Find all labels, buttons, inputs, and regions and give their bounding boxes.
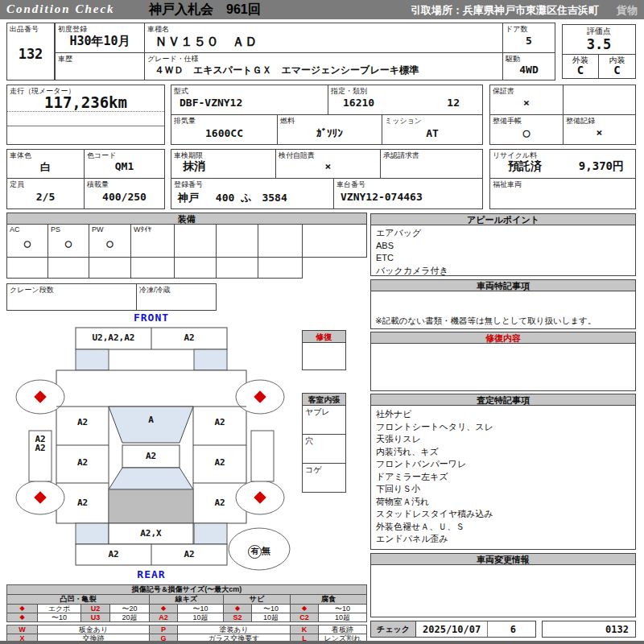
color-code-value: QM1 xyxy=(85,160,164,172)
header-bar: Condition Check 神戸入札会 961回 引取場所：兵庫県神戸市東灘… xyxy=(0,0,644,19)
mark-bottom-right: A2 xyxy=(151,549,227,559)
approval-request-cell: 承認請求書 xyxy=(380,149,483,179)
assessment-item: ドアミラー左キズ xyxy=(376,471,630,484)
maintenance-book-value: ○ xyxy=(490,126,563,140)
repair-content-header: 修復内容 xyxy=(370,332,636,344)
assessment-item: 内装汚れ、キズ xyxy=(376,446,630,459)
legend-corrosion-size-2: 10超 xyxy=(318,613,367,622)
mileage-value: 117,236km xyxy=(7,93,164,111)
welfare-vehicle-label: 福祉車両 xyxy=(493,180,522,190)
cabin-burn-label: コゲ xyxy=(305,464,321,476)
capacity-value: 2/5 xyxy=(7,191,84,203)
score-label: 評価点 xyxy=(563,25,635,37)
displacement-cell: 排気量 1600CC xyxy=(171,114,278,145)
appeal-item: ETC xyxy=(376,252,630,265)
equipment-mark: ○ xyxy=(48,237,89,250)
mark-rear-right: A2 xyxy=(193,497,246,508)
divider xyxy=(7,111,164,112)
vehicle-history-cell: 車歴 xyxy=(55,52,145,80)
exterior-grade-value: C xyxy=(563,64,598,76)
interior-grade-value: C xyxy=(599,64,635,76)
transmission-value: AT xyxy=(382,127,482,139)
load-capacity-cell: 積載量 400/250 xyxy=(84,178,165,209)
vehicle-notes-header: 車両特記事項 xyxy=(370,279,636,291)
assessment-item: 荷物室Ａ汚れ xyxy=(376,496,630,509)
equipment-mark: ○ xyxy=(89,237,130,250)
check-code-cell: 0132 xyxy=(542,621,636,638)
lot-number-value: 132 xyxy=(7,46,54,62)
warranty-value: × xyxy=(490,97,563,109)
exterior-grade-cell: 外装 C xyxy=(562,54,599,79)
divider xyxy=(7,126,164,126)
equipment-label: PS xyxy=(51,225,60,233)
repair-mini-body xyxy=(302,342,346,370)
mark-rear-gate: A2,X xyxy=(109,528,193,539)
load-capacity-value: 400/250 xyxy=(85,191,164,203)
warranty-cell: 保証書 × xyxy=(489,85,564,115)
check-number: 6 xyxy=(416,624,535,635)
maintenance-record-value: × xyxy=(564,126,635,138)
mileage-cell: 走行（現メーター） 117,236km xyxy=(6,85,165,145)
check-date-cell: 2025/10/07 6 xyxy=(415,621,536,638)
rear-label: REAR xyxy=(103,568,200,580)
model-name-value: ＮＶ１５０ ＡＤ xyxy=(145,34,502,51)
first-registration-cell: 初度登録 H30年10月 xyxy=(55,23,145,53)
equipment-cell-empty xyxy=(6,257,48,279)
displacement-label: 排気量 xyxy=(174,116,196,126)
warranty-label: 保証書 xyxy=(493,86,514,97)
legend-code-c2: C2 xyxy=(290,613,319,622)
fuel-cell: 燃料 ｶﾞｿﾘﾝ xyxy=(277,114,382,145)
check-code: 0132 xyxy=(543,624,635,635)
transmission-cell: ミッション AT xyxy=(382,114,483,145)
vehicle-history-label: 車歴 xyxy=(58,54,72,64)
mark-rear-left: A2 xyxy=(56,497,109,508)
equipment-cell-wtire: Wﾀｲﾔ xyxy=(130,224,175,258)
capacity-cell: 定員 2/5 xyxy=(6,178,85,209)
insurance-cell: 検付自賠責 × xyxy=(275,149,381,179)
crane-stages-cell: クレーン段数 xyxy=(6,283,137,311)
type-code-label: 型式 xyxy=(174,86,188,97)
mark-bottom-left: A2 xyxy=(76,549,151,559)
assessment-item: フロントシートヘタリ、スレ xyxy=(376,421,630,434)
equipment-cell-empty xyxy=(216,257,258,279)
pickup-location: 引取場所：兵庫県神戸市東灘区住吉浜町 xyxy=(411,3,599,18)
maintenance-record-label: 整備記録 xyxy=(566,116,595,126)
maintenance-book-cell: 整備手帳 ○ xyxy=(489,114,564,145)
change-info-header: 車両変更情報 xyxy=(370,553,636,565)
score-value: 3.5 xyxy=(563,36,635,52)
brand-logo: Condition Check xyxy=(6,2,115,16)
grade-cell: グレード・仕様 ４ＷＤ エキスパートＧＸ エマージェンシーブレーキ標準 xyxy=(144,52,503,80)
mark-hood-left: U2,A2,A2 xyxy=(76,332,151,343)
vehicle-notes-text: ※記載のない書類・機器等は無しとして取り扱いします。 xyxy=(375,315,597,328)
first-registration-value: H30年10月 xyxy=(56,34,144,49)
transmission-label: ミッション xyxy=(385,116,422,126)
recycle-fee-cell: リサイクル料 預託済 9,370円 xyxy=(489,149,636,179)
equipment-cell-ps: PS ○ xyxy=(47,224,89,258)
registration-number-value: 神戸 400 ふ 3584 xyxy=(171,191,333,205)
doors-value: 5 xyxy=(503,35,555,47)
class-label: 指定・類別 xyxy=(331,86,367,97)
model-name-cell: 車種名 ＮＶ１５０ ＡＤ xyxy=(144,23,503,53)
class-cell: 指定・類別 16210 12 xyxy=(328,85,483,115)
fridge-cell: 冷凍/冷蔵 xyxy=(136,283,217,311)
mark-roof: A2 xyxy=(122,451,180,461)
registration-number-cell: 登録番号 神戸 400 ふ 3584 xyxy=(171,178,334,209)
assessment-item: 下回りＳ小 xyxy=(376,483,630,496)
recycle-amount: 9,370円 xyxy=(490,159,635,174)
appeal-item: バックカメラ付き xyxy=(376,265,630,278)
grade-value: ４ＷＤ エキスパートＧＸ エマージェンシーブレーキ標準 xyxy=(145,64,502,77)
equipment-label: PW xyxy=(92,225,104,233)
cabin-burn-cell: コゲ xyxy=(302,463,346,493)
equipment-cell-empty xyxy=(130,257,175,279)
auction-title: 神戸入札会 961回 xyxy=(149,2,261,19)
appeal-item: エアバッグ xyxy=(376,227,630,240)
change-info-body xyxy=(370,564,636,617)
inspection-cell: 車検期限 抹消 xyxy=(171,149,276,179)
displacement-value: 1600CC xyxy=(171,127,277,139)
cabin-hole-label: 穴 xyxy=(305,436,313,447)
assessment-item: エンドパネル歪み xyxy=(376,533,630,546)
bottom-edge xyxy=(0,641,644,644)
equipment-cell-pw: PW ○ xyxy=(89,224,131,258)
class-value-2: 12 xyxy=(328,97,482,109)
equipment-cell-empty xyxy=(258,257,303,279)
